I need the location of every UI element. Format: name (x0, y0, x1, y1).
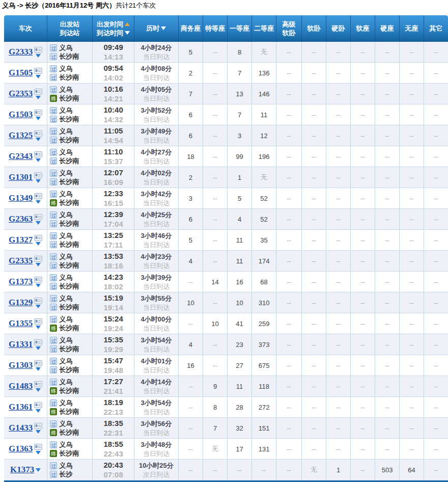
train-number-link[interactable]: G1355 (9, 318, 33, 329)
seat-price-info-icon[interactable] (34, 151, 42, 157)
arrival-station-name: 长沙南 (59, 52, 79, 60)
train-number-link[interactable]: G1349 (9, 193, 33, 203)
arrival-time: 19:29 (103, 345, 123, 354)
seat-price-info-icon[interactable] (34, 193, 42, 199)
expand-row-arrow-icon[interactable] (36, 200, 41, 204)
train-row: G2363 过 义乌 过 长沙南 12:39 17:04 4小时25分 当日到达… (4, 209, 448, 230)
seat-price-info-icon[interactable] (34, 444, 42, 450)
header-duration-sort[interactable]: 历时 (134, 15, 178, 41)
seat-availability-cell: -- (203, 104, 227, 125)
expand-row-arrow-icon[interactable] (36, 388, 41, 392)
expand-row-arrow-icon[interactable] (36, 75, 41, 78)
train-number-link[interactable]: G2363 (9, 214, 33, 224)
expand-row-arrow-icon[interactable] (36, 263, 41, 266)
expand-row-arrow-icon[interactable] (36, 117, 41, 120)
seat-price-info-icon[interactable] (34, 423, 42, 429)
header-times-sort[interactable]: 出发时间 到达时间 (92, 15, 133, 41)
train-count-text: 共计21个车次 (116, 2, 156, 9)
train-number-link[interactable]: G2333 (9, 47, 33, 57)
expand-row-arrow-icon[interactable] (36, 346, 41, 350)
departure-time: 11:10 (104, 147, 123, 156)
seat-price-info-icon[interactable] (34, 47, 42, 53)
seat-availability-cell: -- (424, 188, 448, 208)
arrival-station-name: 长沙南 (59, 366, 79, 373)
train-number-link[interactable]: G1329 (9, 298, 33, 308)
expand-row-arrow-icon[interactable] (36, 451, 41, 454)
train-number-link[interactable]: K1373 (10, 465, 34, 475)
seat-availability-cell: 1 (227, 167, 251, 188)
expand-row-arrow-icon[interactable] (36, 242, 41, 246)
expand-row-arrow-icon[interactable] (36, 54, 41, 58)
expand-row-arrow-icon[interactable] (36, 138, 41, 141)
seat-price-info-icon[interactable] (34, 110, 42, 116)
expand-row-arrow-icon[interactable] (36, 179, 41, 183)
header-no-seat: 无座 (399, 15, 424, 41)
train-number-link[interactable]: G2343 (9, 151, 33, 162)
train-number-link[interactable]: G2335 (9, 256, 33, 266)
expand-row-arrow-icon[interactable] (36, 96, 41, 99)
train-number-link[interactable]: G1505 (9, 68, 33, 78)
seat-availability-cell: -- (424, 125, 448, 146)
train-number-link[interactable]: G2353 (9, 89, 33, 99)
expand-row-arrow-icon[interactable] (36, 326, 41, 329)
departure-time: 10:16 (103, 85, 123, 94)
seat-price-info-icon[interactable] (34, 256, 42, 262)
stations-cell: 过 义乌 过 长沙南 (47, 146, 92, 167)
seat-availability-cell: -- (301, 251, 326, 271)
duration-sort-icon[interactable] (161, 26, 166, 30)
sort-descending-icon[interactable] (125, 31, 130, 35)
seat-price-info-icon[interactable] (34, 298, 42, 304)
seat-availability-cell: -- (350, 230, 375, 250)
seat-price-info-icon[interactable] (34, 68, 42, 74)
train-number-link[interactable]: G1303 (9, 360, 33, 370)
seat-price-info-icon[interactable] (34, 277, 42, 283)
seat-price-info-icon[interactable] (34, 214, 42, 220)
seat-price-info-icon[interactable] (34, 360, 42, 366)
train-row: G1363 过 义乌 终 长沙南 18:55 22:43 3小时48分 当日到达… (4, 439, 448, 460)
seat-price-info-icon[interactable] (34, 130, 42, 137)
seat-price-info-icon[interactable] (34, 172, 42, 178)
train-number-link[interactable]: G1331 (9, 339, 33, 350)
duration-text: 4小时08分 (141, 64, 172, 73)
seat-price-info-icon[interactable] (34, 339, 42, 345)
expand-row-arrow-icon[interactable] (36, 158, 41, 162)
train-number-link[interactable]: G1325 (9, 130, 33, 141)
expand-row-arrow-icon[interactable] (36, 367, 41, 371)
seat-availability-cell: -- (203, 334, 227, 355)
expand-row-arrow-icon[interactable] (36, 409, 41, 413)
expand-row-arrow-icon[interactable] (36, 430, 41, 434)
train-number-link[interactable]: G1363 (9, 444, 33, 454)
arrival-station-badge: 终 (50, 387, 57, 394)
train-number-link[interactable]: G1373 (9, 277, 33, 287)
seat-price-info-icon[interactable] (34, 402, 42, 408)
train-number-link[interactable]: G1433 (9, 423, 33, 433)
seat-price-info-icon[interactable] (34, 89, 42, 95)
seat-availability-cell: -- (375, 376, 399, 396)
train-number-link[interactable]: G1327 (9, 235, 33, 245)
expand-row-arrow-icon[interactable] (36, 221, 41, 225)
seat-availability-cell: -- (350, 209, 375, 229)
train-icons (34, 339, 42, 350)
arrival-time: 14:13 (103, 52, 123, 62)
seat-availability-cell: 68 (251, 272, 276, 292)
train-number-link[interactable]: G1483 (9, 381, 33, 391)
seat-availability-cell: -- (276, 418, 301, 438)
seat-price-info-icon[interactable] (34, 235, 42, 241)
seat-availability-cell: 131 (251, 439, 276, 459)
departure-station-name: 义乌 (59, 44, 72, 51)
seat-price-info-icon[interactable] (34, 318, 42, 325)
train-number-link[interactable]: G1361 (9, 402, 33, 412)
train-number-cell: G1301 (4, 167, 47, 188)
seat-price-info-icon[interactable] (34, 381, 42, 387)
stations-cell: 过 义乌 过 长沙南 (47, 63, 92, 83)
seat-availability-cell: -- (326, 84, 350, 104)
expand-row-arrow-icon[interactable] (36, 468, 41, 472)
seat-availability-cell: -- (326, 209, 350, 229)
train-number-link[interactable]: G1301 (9, 172, 33, 182)
expand-row-arrow-icon[interactable] (36, 284, 41, 287)
header-soft-sleeper: 软卧 (301, 15, 326, 41)
sort-ascending-icon[interactable] (125, 22, 130, 26)
expand-row-arrow-icon[interactable] (36, 305, 41, 308)
train-number-link[interactable]: G1503 (9, 110, 33, 120)
duration-text: 4小时14分 (141, 378, 172, 386)
